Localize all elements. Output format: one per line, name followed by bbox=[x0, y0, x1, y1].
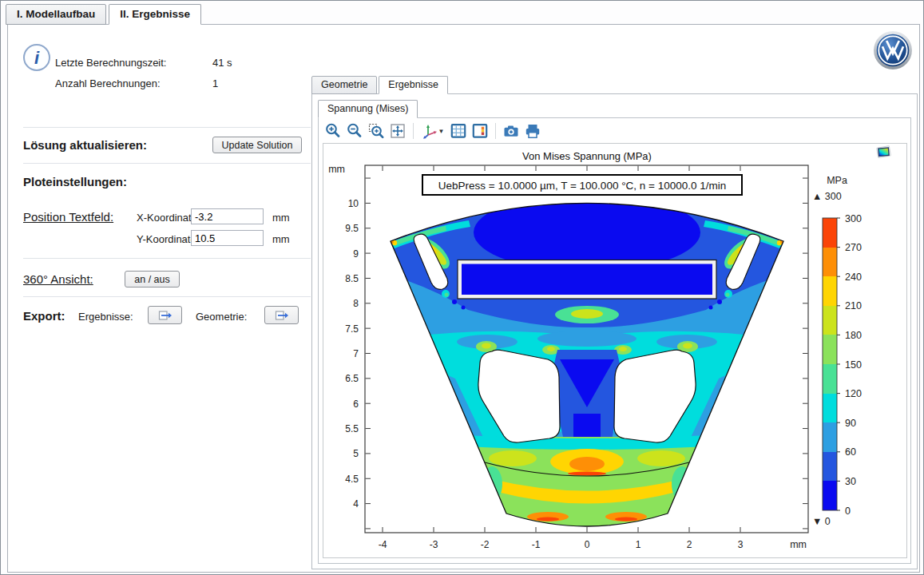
colorbar-min-marker: ▼ 0 bbox=[812, 516, 831, 527]
svg-text:i: i bbox=[34, 48, 40, 68]
export-results-label: Ergebnisse: bbox=[78, 311, 133, 323]
vw-logo-icon bbox=[873, 30, 913, 70]
svg-text:150: 150 bbox=[845, 359, 862, 371]
section-divider bbox=[23, 258, 311, 259]
zoom-extents-button[interactable] bbox=[388, 121, 407, 141]
tab-ergebnisse[interactable]: II. Ergebnisse bbox=[109, 4, 201, 25]
export-geometry-button[interactable] bbox=[264, 306, 299, 324]
grid-toggle-button[interactable] bbox=[449, 121, 468, 141]
svg-text:-1: -1 bbox=[532, 539, 541, 550]
chevron-down-icon: ▼ bbox=[438, 128, 445, 135]
update-solution-heading: Lösung aktualisieren: bbox=[23, 138, 147, 152]
printer-icon bbox=[524, 122, 541, 140]
section-divider bbox=[23, 127, 311, 128]
plot-settings-heading: Ploteinstellungen: bbox=[23, 175, 127, 188]
svg-text:90: 90 bbox=[845, 418, 856, 429]
zoom-box-button[interactable] bbox=[367, 121, 386, 141]
info-icon: i bbox=[22, 43, 51, 72]
export-results-button[interactable] bbox=[148, 306, 182, 324]
app-window: I. Modellaufbau II. Ergebnisse i Letzte … bbox=[0, 0, 924, 575]
svg-text:2: 2 bbox=[687, 539, 692, 550]
computation-count-value: 1 bbox=[212, 77, 218, 89]
print-button[interactable] bbox=[523, 121, 542, 141]
zoom-extents-icon bbox=[389, 122, 406, 140]
plot-title: Von Mises Spannung (MPa) bbox=[522, 150, 652, 162]
plot-thumbnail-icon[interactable] bbox=[877, 146, 891, 158]
snapshot-button[interactable] bbox=[502, 121, 521, 141]
colorbar: MPa ▲ 300 3002702402101801501209060300 ▼… bbox=[812, 175, 862, 527]
magnet-bar bbox=[458, 260, 716, 299]
stress-field bbox=[361, 160, 813, 533]
toolbar-separator bbox=[495, 123, 496, 139]
textfield-position-label: Position Textfeld: bbox=[23, 210, 113, 224]
svg-text:6.5: 6.5 bbox=[345, 373, 359, 384]
svg-text:300: 300 bbox=[845, 213, 862, 224]
view-360-label: 360° Ansicht: bbox=[23, 272, 93, 286]
svg-text:7: 7 bbox=[353, 348, 359, 359]
svg-text:9: 9 bbox=[353, 248, 359, 260]
axis-orientation-icon bbox=[422, 122, 439, 140]
grid-icon bbox=[450, 122, 467, 140]
zoom-out-icon bbox=[346, 122, 363, 140]
svg-text:5.5: 5.5 bbox=[345, 423, 359, 434]
svg-text:0: 0 bbox=[845, 506, 851, 517]
section-divider bbox=[23, 296, 311, 297]
svg-text:-4: -4 bbox=[379, 539, 387, 550]
plot-annotation-box: UebPress = 10.0000 µm, T = 100.000 °C, n… bbox=[422, 175, 742, 195]
svg-text:120: 120 bbox=[845, 388, 862, 399]
svg-text:-2: -2 bbox=[481, 539, 490, 550]
export-heading: Export: bbox=[23, 309, 65, 323]
last-computation-label: Letzte Berechnungszeit: bbox=[55, 57, 166, 69]
x-coordinate-input[interactable] bbox=[191, 208, 264, 224]
main-tab-bar: I. Modellaufbau II. Ergebnisse bbox=[6, 4, 204, 25]
x-unit-label: mm bbox=[272, 212, 290, 224]
update-solution-button[interactable]: Update Solution bbox=[212, 137, 302, 153]
export-icon bbox=[158, 310, 173, 321]
y-axis-unit: mm bbox=[328, 164, 345, 175]
plot-toolbar: ▼ bbox=[323, 121, 542, 141]
plot-annotation-text: UebPress = 10.0000 µm, T = 100.000 °C, n… bbox=[438, 180, 727, 192]
graphics-tab-bar: Geometrie Ergebnisse bbox=[311, 76, 450, 94]
tab-spannung-mises[interactable]: Spannung (Mises) bbox=[318, 100, 418, 118]
section-divider bbox=[23, 163, 311, 164]
tab-modellaufbau[interactable]: I. Modellaufbau bbox=[6, 4, 106, 25]
colorbar-unit: MPa bbox=[827, 175, 847, 186]
y-unit-label: mm bbox=[272, 233, 290, 245]
svg-text:6: 6 bbox=[353, 399, 359, 410]
stress-plot-canvas[interactable]: Von Mises Spannung (MPa) bbox=[323, 144, 906, 557]
computation-count-label: Anzahl Berechnungen: bbox=[55, 77, 161, 89]
svg-text:9.5: 9.5 bbox=[345, 223, 359, 234]
svg-text:1: 1 bbox=[636, 539, 641, 550]
svg-text:4.5: 4.5 bbox=[345, 474, 359, 485]
last-computation-value: 41 s bbox=[212, 57, 232, 69]
color-legend-toggle-button[interactable] bbox=[470, 121, 490, 141]
svg-text:8: 8 bbox=[353, 298, 359, 309]
toolbar-separator bbox=[413, 123, 414, 139]
tab-geometrie[interactable]: Geometrie bbox=[311, 76, 377, 94]
svg-text:0: 0 bbox=[585, 539, 590, 550]
svg-text:30: 30 bbox=[845, 476, 856, 487]
axis-orientation-button[interactable]: ▼ bbox=[419, 121, 446, 141]
tab-graphics-ergebnisse[interactable]: Ergebnisse bbox=[379, 76, 448, 94]
zoom-box-icon bbox=[367, 122, 385, 140]
svg-text:5: 5 bbox=[353, 448, 359, 459]
camera-icon bbox=[502, 122, 520, 140]
svg-text:-3: -3 bbox=[430, 539, 438, 550]
zoom-in-button[interactable] bbox=[323, 121, 343, 141]
y-coordinate-label: Y-Koordinate: bbox=[137, 233, 199, 245]
svg-text:270: 270 bbox=[845, 242, 862, 253]
export-geometry-label: Geometrie: bbox=[196, 311, 247, 323]
y-coordinate-input[interactable] bbox=[191, 230, 264, 246]
view-360-toggle-button[interactable]: an / aus bbox=[125, 271, 180, 288]
svg-text:60: 60 bbox=[845, 446, 856, 458]
svg-text:7.5: 7.5 bbox=[345, 323, 359, 335]
svg-text:10: 10 bbox=[348, 198, 359, 209]
zoom-in-icon bbox=[324, 122, 342, 140]
plot-tab-bar: Spannung (Mises) bbox=[318, 100, 419, 118]
svg-text:4: 4 bbox=[353, 498, 359, 510]
x-axis-unit: mm bbox=[790, 539, 807, 550]
colorbar-max-marker: ▲ 300 bbox=[812, 191, 842, 202]
svg-text:180: 180 bbox=[845, 330, 862, 341]
zoom-out-button[interactable] bbox=[345, 121, 364, 141]
svg-text:240: 240 bbox=[845, 272, 862, 283]
